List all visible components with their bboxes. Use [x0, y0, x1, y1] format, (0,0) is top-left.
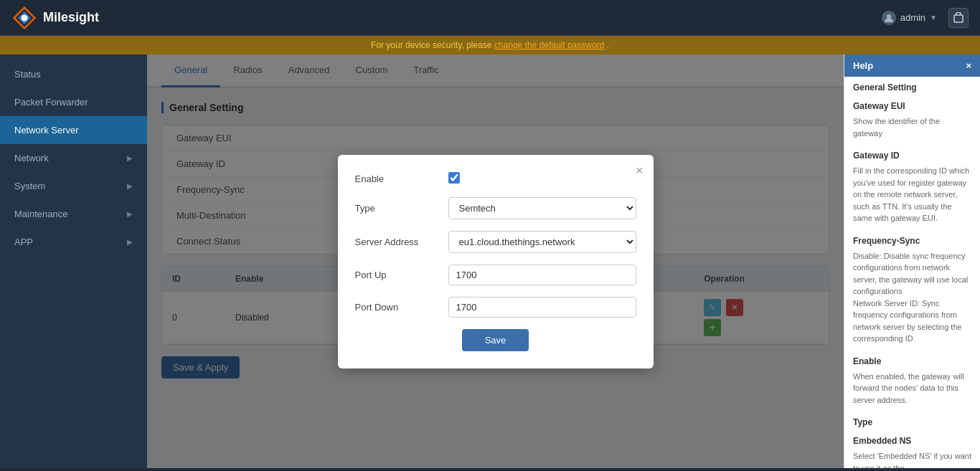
- help-section-enable-text: When enabled, the gateway will forward t…: [844, 369, 980, 412]
- port-down-label: Port Down: [355, 302, 448, 313]
- sidebar-item-packet-forwarder[interactable]: Packet Forwarder: [0, 88, 147, 116]
- chevron-right-icon-app: ▶: [127, 238, 133, 246]
- sidebar-item-status-label: Status: [14, 69, 41, 80]
- enable-checkbox[interactable]: [448, 172, 460, 184]
- modal-footer: Save: [355, 329, 636, 351]
- type-select[interactable]: Semtech Basic Station Azure IoT: [448, 197, 636, 219]
- type-label: Type: [355, 203, 448, 214]
- modal-row-server-address: Server Address eu1.cloud.thethings.netwo…: [355, 231, 636, 253]
- milesight-logo-icon: [11, 5, 37, 31]
- port-down-input[interactable]: [448, 297, 636, 318]
- topnav-right: admin ▼: [882, 8, 969, 28]
- help-section-frequency-sync-text: Disable: Disable sync frequency configur…: [844, 249, 980, 351]
- help-header: Help ×: [844, 54, 980, 77]
- modal-save-button[interactable]: Save: [462, 329, 529, 351]
- help-section-embedded-ns-title: Embedded NS: [844, 430, 980, 449]
- warning-text-after: .: [607, 40, 609, 50]
- sidebar-item-maintenance[interactable]: Maintenance ▶: [0, 200, 147, 228]
- sidebar-item-system-label: System: [14, 181, 45, 191]
- warning-text: For your device security, please: [371, 40, 494, 50]
- cart-button[interactable]: [948, 8, 969, 28]
- port-up-input[interactable]: [448, 265, 636, 285]
- logo-text: Milesight: [43, 10, 99, 25]
- main-layout: Status Packet Forwarder Network Server N…: [0, 54, 980, 468]
- sidebar-item-network-server[interactable]: Network Server: [0, 116, 147, 144]
- port-up-label: Port Up: [355, 270, 448, 280]
- user-icon: [882, 11, 896, 25]
- server-address-select[interactable]: eu1.cloud.thethings.network nam1.cloud.t…: [448, 231, 636, 253]
- warning-bar: For your device security, please change …: [0, 36, 980, 54]
- sidebar-item-app-label: APP: [14, 237, 33, 247]
- modal-overlay: × Enable Type Semtech Basic Station: [147, 54, 844, 468]
- sidebar-item-system[interactable]: System ▶: [0, 172, 147, 200]
- port-up-control: [448, 265, 636, 285]
- modal-row-port-down: Port Down: [355, 297, 636, 318]
- help-section-gateway-id-title: Gateway ID: [844, 145, 980, 163]
- username-label: admin: [900, 12, 925, 23]
- modal-row-port-up: Port Up: [355, 265, 636, 285]
- main-content: General Radios Advanced Custom Traffic G…: [147, 54, 844, 468]
- help-section-gateway-id-text: Fill in the corresponding ID which you'v…: [844, 163, 980, 230]
- sidebar-item-packet-forwarder-label: Packet Forwarder: [14, 97, 88, 108]
- user-menu[interactable]: admin ▼: [882, 11, 937, 25]
- port-down-control: [448, 297, 636, 318]
- help-section-frequency-sync-title: Frequency-Sync: [844, 230, 980, 249]
- help-section-type-title: Type: [844, 411, 980, 430]
- edit-modal: × Enable Type Semtech Basic Station: [338, 155, 654, 368]
- help-section-gateway-eui-title: Gateway EUI: [844, 95, 980, 114]
- sidebar-item-network-server-label: Network Server: [14, 125, 79, 135]
- svg-point-2: [22, 14, 28, 21]
- sidebar-item-maintenance-label: Maintenance: [14, 209, 67, 219]
- user-chevron-icon: ▼: [930, 14, 937, 22]
- sidebar: Status Packet Forwarder Network Server N…: [0, 54, 147, 468]
- chevron-right-icon-system: ▶: [127, 182, 133, 190]
- sidebar-item-app[interactable]: APP ▶: [0, 228, 147, 256]
- server-address-label: Server Address: [355, 237, 448, 247]
- help-section-enable-title: Enable: [844, 351, 980, 369]
- modal-close-button[interactable]: ×: [636, 163, 644, 179]
- chevron-right-icon: ▶: [127, 154, 133, 162]
- topnav: Milesight admin ▼: [0, 0, 980, 36]
- server-address-control: eu1.cloud.thethings.network nam1.cloud.t…: [448, 231, 636, 253]
- sidebar-item-network-label: Network: [14, 153, 49, 163]
- help-section-embedded-ns-text: Select 'Embedded NS' if you want to use …: [844, 449, 980, 468]
- modal-row-enable: Enable: [355, 172, 636, 186]
- help-close-icon[interactable]: ×: [966, 60, 971, 71]
- help-panel: Help × General Setting Gateway EUI Show …: [844, 54, 980, 468]
- help-section-gateway-eui-text: Show the identifier of the gateway: [844, 114, 980, 145]
- help-title: Help: [853, 60, 873, 71]
- modal-row-type: Type Semtech Basic Station Azure IoT: [355, 197, 636, 219]
- chevron-right-icon-maintenance: ▶: [127, 210, 133, 218]
- logo-area: Milesight: [11, 5, 99, 31]
- enable-label: Enable: [355, 173, 448, 184]
- enable-control: [448, 172, 636, 186]
- help-section-general-setting: General Setting: [844, 77, 980, 95]
- sidebar-item-network[interactable]: Network ▶: [0, 144, 147, 172]
- change-password-link[interactable]: change the default password: [494, 40, 604, 50]
- type-control: Semtech Basic Station Azure IoT: [448, 197, 636, 219]
- sidebar-item-status[interactable]: Status: [0, 60, 147, 88]
- svg-rect-4: [954, 15, 963, 22]
